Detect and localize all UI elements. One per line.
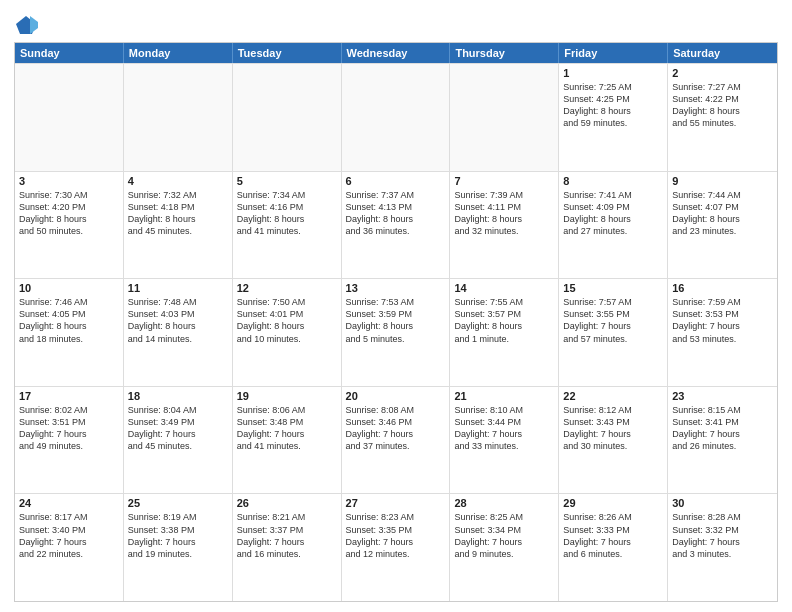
- day-number: 16: [672, 282, 773, 294]
- day-info: Sunrise: 8:21 AM Sunset: 3:37 PM Dayligh…: [237, 511, 337, 560]
- day-info: Sunrise: 7:27 AM Sunset: 4:22 PM Dayligh…: [672, 81, 773, 130]
- calendar-row-4: 17Sunrise: 8:02 AM Sunset: 3:51 PM Dayli…: [15, 386, 777, 494]
- header-day-monday: Monday: [124, 43, 233, 63]
- day-number: 2: [672, 67, 773, 79]
- day-number: 14: [454, 282, 554, 294]
- day-info: Sunrise: 7:32 AM Sunset: 4:18 PM Dayligh…: [128, 189, 228, 238]
- day-info: Sunrise: 8:17 AM Sunset: 3:40 PM Dayligh…: [19, 511, 119, 560]
- day-number: 12: [237, 282, 337, 294]
- calendar-header: SundayMondayTuesdayWednesdayThursdayFrid…: [15, 43, 777, 63]
- day-number: 29: [563, 497, 663, 509]
- day-number: 25: [128, 497, 228, 509]
- calendar-cell: 12Sunrise: 7:50 AM Sunset: 4:01 PM Dayli…: [233, 279, 342, 386]
- calendar-row-3: 10Sunrise: 7:46 AM Sunset: 4:05 PM Dayli…: [15, 278, 777, 386]
- day-number: 7: [454, 175, 554, 187]
- day-number: 15: [563, 282, 663, 294]
- calendar-cell: 30Sunrise: 8:28 AM Sunset: 3:32 PM Dayli…: [668, 494, 777, 601]
- calendar: SundayMondayTuesdayWednesdayThursdayFrid…: [14, 42, 778, 602]
- day-number: 9: [672, 175, 773, 187]
- svg-marker-1: [30, 16, 38, 34]
- calendar-cell: [15, 64, 124, 171]
- day-number: 30: [672, 497, 773, 509]
- day-info: Sunrise: 8:28 AM Sunset: 3:32 PM Dayligh…: [672, 511, 773, 560]
- calendar-cell: 11Sunrise: 7:48 AM Sunset: 4:03 PM Dayli…: [124, 279, 233, 386]
- calendar-cell: 5Sunrise: 7:34 AM Sunset: 4:16 PM Daylig…: [233, 172, 342, 279]
- day-number: 13: [346, 282, 446, 294]
- calendar-row-2: 3Sunrise: 7:30 AM Sunset: 4:20 PM Daylig…: [15, 171, 777, 279]
- day-info: Sunrise: 7:46 AM Sunset: 4:05 PM Dayligh…: [19, 296, 119, 345]
- calendar-cell: 18Sunrise: 8:04 AM Sunset: 3:49 PM Dayli…: [124, 387, 233, 494]
- day-info: Sunrise: 7:48 AM Sunset: 4:03 PM Dayligh…: [128, 296, 228, 345]
- header-day-wednesday: Wednesday: [342, 43, 451, 63]
- day-info: Sunrise: 7:53 AM Sunset: 3:59 PM Dayligh…: [346, 296, 446, 345]
- calendar-cell: 23Sunrise: 8:15 AM Sunset: 3:41 PM Dayli…: [668, 387, 777, 494]
- day-info: Sunrise: 8:25 AM Sunset: 3:34 PM Dayligh…: [454, 511, 554, 560]
- calendar-cell: 6Sunrise: 7:37 AM Sunset: 4:13 PM Daylig…: [342, 172, 451, 279]
- day-number: 26: [237, 497, 337, 509]
- day-info: Sunrise: 8:06 AM Sunset: 3:48 PM Dayligh…: [237, 404, 337, 453]
- calendar-cell: [450, 64, 559, 171]
- calendar-cell: 17Sunrise: 8:02 AM Sunset: 3:51 PM Dayli…: [15, 387, 124, 494]
- day-info: Sunrise: 7:25 AM Sunset: 4:25 PM Dayligh…: [563, 81, 663, 130]
- header-day-tuesday: Tuesday: [233, 43, 342, 63]
- calendar-cell: 27Sunrise: 8:23 AM Sunset: 3:35 PM Dayli…: [342, 494, 451, 601]
- day-number: 1: [563, 67, 663, 79]
- calendar-cell: 21Sunrise: 8:10 AM Sunset: 3:44 PM Dayli…: [450, 387, 559, 494]
- calendar-cell: 3Sunrise: 7:30 AM Sunset: 4:20 PM Daylig…: [15, 172, 124, 279]
- day-number: 28: [454, 497, 554, 509]
- page-header: [14, 10, 778, 36]
- day-info: Sunrise: 8:04 AM Sunset: 3:49 PM Dayligh…: [128, 404, 228, 453]
- day-number: 24: [19, 497, 119, 509]
- calendar-cell: 8Sunrise: 7:41 AM Sunset: 4:09 PM Daylig…: [559, 172, 668, 279]
- day-info: Sunrise: 7:39 AM Sunset: 4:11 PM Dayligh…: [454, 189, 554, 238]
- logo-icon: [16, 14, 38, 36]
- day-number: 8: [563, 175, 663, 187]
- day-info: Sunrise: 8:10 AM Sunset: 3:44 PM Dayligh…: [454, 404, 554, 453]
- day-info: Sunrise: 8:15 AM Sunset: 3:41 PM Dayligh…: [672, 404, 773, 453]
- calendar-cell: 9Sunrise: 7:44 AM Sunset: 4:07 PM Daylig…: [668, 172, 777, 279]
- calendar-cell: [124, 64, 233, 171]
- calendar-cell: 1Sunrise: 7:25 AM Sunset: 4:25 PM Daylig…: [559, 64, 668, 171]
- calendar-cell: 19Sunrise: 8:06 AM Sunset: 3:48 PM Dayli…: [233, 387, 342, 494]
- calendar-row-1: 1Sunrise: 7:25 AM Sunset: 4:25 PM Daylig…: [15, 63, 777, 171]
- calendar-cell: 29Sunrise: 8:26 AM Sunset: 3:33 PM Dayli…: [559, 494, 668, 601]
- header-day-thursday: Thursday: [450, 43, 559, 63]
- day-number: 22: [563, 390, 663, 402]
- calendar-body: 1Sunrise: 7:25 AM Sunset: 4:25 PM Daylig…: [15, 63, 777, 601]
- calendar-cell: 15Sunrise: 7:57 AM Sunset: 3:55 PM Dayli…: [559, 279, 668, 386]
- day-info: Sunrise: 7:34 AM Sunset: 4:16 PM Dayligh…: [237, 189, 337, 238]
- calendar-cell: 16Sunrise: 7:59 AM Sunset: 3:53 PM Dayli…: [668, 279, 777, 386]
- day-info: Sunrise: 8:02 AM Sunset: 3:51 PM Dayligh…: [19, 404, 119, 453]
- day-number: 4: [128, 175, 228, 187]
- day-number: 11: [128, 282, 228, 294]
- calendar-row-5: 24Sunrise: 8:17 AM Sunset: 3:40 PM Dayli…: [15, 493, 777, 601]
- day-number: 5: [237, 175, 337, 187]
- calendar-cell: 20Sunrise: 8:08 AM Sunset: 3:46 PM Dayli…: [342, 387, 451, 494]
- day-number: 18: [128, 390, 228, 402]
- calendar-cell: 26Sunrise: 8:21 AM Sunset: 3:37 PM Dayli…: [233, 494, 342, 601]
- calendar-cell: [233, 64, 342, 171]
- day-number: 17: [19, 390, 119, 402]
- day-info: Sunrise: 7:41 AM Sunset: 4:09 PM Dayligh…: [563, 189, 663, 238]
- header-day-saturday: Saturday: [668, 43, 777, 63]
- calendar-cell: 25Sunrise: 8:19 AM Sunset: 3:38 PM Dayli…: [124, 494, 233, 601]
- day-number: 19: [237, 390, 337, 402]
- day-number: 6: [346, 175, 446, 187]
- calendar-cell: 2Sunrise: 7:27 AM Sunset: 4:22 PM Daylig…: [668, 64, 777, 171]
- logo: [14, 14, 38, 36]
- calendar-cell: 4Sunrise: 7:32 AM Sunset: 4:18 PM Daylig…: [124, 172, 233, 279]
- calendar-cell: 13Sunrise: 7:53 AM Sunset: 3:59 PM Dayli…: [342, 279, 451, 386]
- day-info: Sunrise: 7:55 AM Sunset: 3:57 PM Dayligh…: [454, 296, 554, 345]
- calendar-cell: 7Sunrise: 7:39 AM Sunset: 4:11 PM Daylig…: [450, 172, 559, 279]
- day-info: Sunrise: 8:23 AM Sunset: 3:35 PM Dayligh…: [346, 511, 446, 560]
- day-number: 21: [454, 390, 554, 402]
- calendar-cell: [342, 64, 451, 171]
- day-info: Sunrise: 7:57 AM Sunset: 3:55 PM Dayligh…: [563, 296, 663, 345]
- calendar-cell: 22Sunrise: 8:12 AM Sunset: 3:43 PM Dayli…: [559, 387, 668, 494]
- header-day-sunday: Sunday: [15, 43, 124, 63]
- day-number: 20: [346, 390, 446, 402]
- day-info: Sunrise: 7:37 AM Sunset: 4:13 PM Dayligh…: [346, 189, 446, 238]
- calendar-cell: 24Sunrise: 8:17 AM Sunset: 3:40 PM Dayli…: [15, 494, 124, 601]
- day-number: 10: [19, 282, 119, 294]
- day-info: Sunrise: 8:19 AM Sunset: 3:38 PM Dayligh…: [128, 511, 228, 560]
